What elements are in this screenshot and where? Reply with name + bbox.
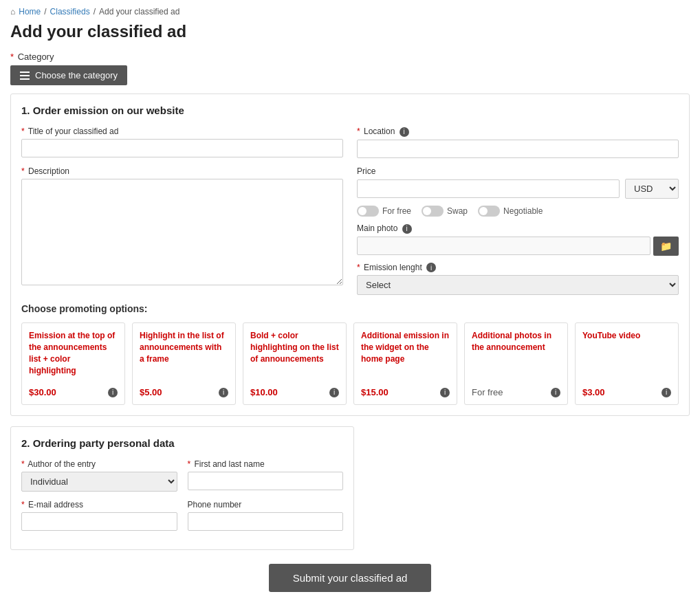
emission-length-select[interactable]: Select 1 month 2 months 3 months 6 month… (357, 275, 679, 295)
breadcrumb-separator2: / (94, 7, 96, 17)
main-photo-input[interactable] (357, 237, 650, 255)
price-input[interactable] (357, 179, 620, 198)
currency-select[interactable]: USD EUR GBP (625, 179, 679, 199)
email-col: * E-mail address (21, 500, 177, 531)
promo-card-0-bottom: $30.00 i (29, 387, 118, 397)
promo-card-4-price: For free (472, 387, 503, 397)
main-photo-label: Main photo i (357, 223, 679, 234)
price-toggles: For free Swap Negotiable (357, 206, 679, 217)
price-section: Price USD EUR GBP For free (357, 166, 679, 217)
page-title: Add your classified ad (10, 22, 690, 41)
personal-grid-top: * Author of the entry Individual Company… (21, 459, 343, 492)
swap-toggle: Swap (422, 206, 468, 217)
promo-card-0-price: $30.00 (29, 387, 56, 397)
category-section: * Category Choose the category (10, 52, 690, 85)
emission-length-label: * Emission lenght i (357, 263, 679, 273)
promo-card-5-info[interactable]: i (661, 388, 671, 397)
submit-button[interactable]: Submit your classified ad (269, 564, 432, 592)
hamburger-icon (20, 72, 30, 80)
category-label: * Category (10, 52, 690, 62)
emission-info-icon[interactable]: i (426, 263, 436, 272)
firstname-col: * First and last name (188, 459, 344, 492)
forfree-switch[interactable] (357, 206, 379, 217)
section2-title: 2. Ordering party personal data (21, 437, 343, 449)
negotiable-switch[interactable] (478, 206, 500, 217)
phone-col: Phone number (188, 500, 344, 531)
main-photo-info-icon[interactable]: i (402, 224, 412, 234)
choose-category-label: Choose the category (35, 70, 118, 80)
author-select[interactable]: Individual Company (21, 472, 177, 492)
submit-section: Submit your classified ad (10, 564, 690, 592)
promo-card-3-bottom: $15.00 i (361, 387, 450, 397)
swap-label: Swap (447, 206, 468, 216)
desc-price-row: * Description Price USD EUR GBP (21, 166, 679, 296)
email-label: * E-mail address (21, 500, 177, 509)
home-icon: ⌂ (10, 7, 15, 17)
promo-card-4-title: Additional photos in the announcement (472, 330, 560, 353)
location-input[interactable] (357, 140, 679, 158)
section2-box: 2. Ordering party personal data * Author… (10, 426, 354, 550)
section1-title: 1. Order emission on our website (21, 105, 679, 116)
breadcrumb-classifieds-link[interactable]: Classifieds (50, 7, 90, 17)
promo-card-0: Emission at the top of the announcements… (21, 322, 125, 405)
category-label-text: Category (18, 52, 54, 62)
phone-label: Phone number (188, 500, 344, 509)
breadcrumb-home-link[interactable]: Home (19, 7, 41, 17)
personal-grid-bottom: * E-mail address Phone number (21, 500, 343, 531)
promo-card-3-price: $15.00 (361, 387, 389, 397)
main-photo-row: 📁 (357, 237, 679, 256)
promo-card-2: Bold + color highlighting on the list of… (243, 322, 347, 405)
right-col: Price USD EUR GBP For free (357, 166, 679, 296)
promo-card-5-bottom: $3.00 i (582, 387, 671, 397)
description-input[interactable] (21, 179, 343, 285)
promo-card-2-title: Bold + color highlighting on the list of… (250, 330, 339, 364)
promo-card-4-bottom: For free i (472, 387, 560, 397)
emission-length-section: * Emission lenght i Select 1 month 2 mon… (357, 263, 679, 296)
promo-card-0-info[interactable]: i (108, 388, 118, 397)
promo-card-1-bottom: $5.00 i (140, 387, 228, 397)
promoting-grid: Emission at the top of the announcements… (21, 322, 679, 405)
negotiable-label: Negotiable (503, 206, 543, 216)
section1-box: 1. Order emission on our website * Title… (10, 94, 690, 416)
forfree-label: For free (382, 206, 411, 216)
title-col: * Title of your classified ad (21, 127, 343, 158)
location-info-icon[interactable]: i (400, 127, 409, 137)
firstname-input[interactable] (188, 472, 344, 490)
promo-card-5: YouTube video $3.00 i (575, 322, 679, 405)
email-input[interactable] (21, 512, 177, 531)
location-label: * Location i (357, 127, 679, 137)
title-location-row: * Title of your classified ad * Location… (21, 127, 679, 158)
title-input[interactable] (21, 139, 343, 157)
breadcrumb: ⌂ Home / Classifieds / Add your classifi… (10, 7, 690, 17)
breadcrumb-separator1: / (44, 7, 46, 17)
price-row: USD EUR GBP (357, 179, 679, 199)
promo-card-5-price: $3.00 (582, 387, 605, 397)
promo-card-3-title: Additional emission in the widget on the… (361, 330, 450, 364)
promo-card-0-title: Emission at the top of the announcements… (29, 330, 118, 376)
promo-card-2-bottom: $10.00 i (250, 387, 339, 397)
location-col: * Location i (357, 127, 679, 158)
swap-switch[interactable] (422, 206, 444, 217)
forfree-toggle: For free (357, 206, 411, 217)
promo-card-3-info[interactable]: i (440, 388, 450, 397)
promo-card-4-info[interactable]: i (551, 388, 560, 397)
promo-card-2-info[interactable]: i (329, 388, 339, 397)
description-col: * Description (21, 166, 343, 296)
author-label: * Author of the entry (21, 459, 177, 469)
phone-input[interactable] (188, 512, 344, 531)
negotiable-toggle: Negotiable (478, 206, 543, 217)
author-col: * Author of the entry Individual Company (21, 459, 177, 492)
promo-card-1-price: $5.00 (140, 387, 162, 397)
title-label: * Title of your classified ad (21, 127, 343, 136)
promo-card-5-title: YouTube video (582, 330, 671, 342)
promo-card-3: Additional emission in the widget on the… (353, 322, 457, 405)
required-star: * (10, 52, 14, 62)
firstname-label: * First and last name (188, 459, 344, 469)
description-label: * Description (21, 166, 343, 176)
browse-button[interactable]: 📁 (653, 237, 679, 256)
choose-category-button[interactable]: Choose the category (10, 65, 127, 85)
promoting-section: Choose promoting options: Emission at th… (21, 303, 679, 405)
promo-card-1-info[interactable]: i (219, 388, 228, 397)
price-label: Price (357, 166, 679, 176)
promoting-title: Choose promoting options: (21, 303, 679, 314)
